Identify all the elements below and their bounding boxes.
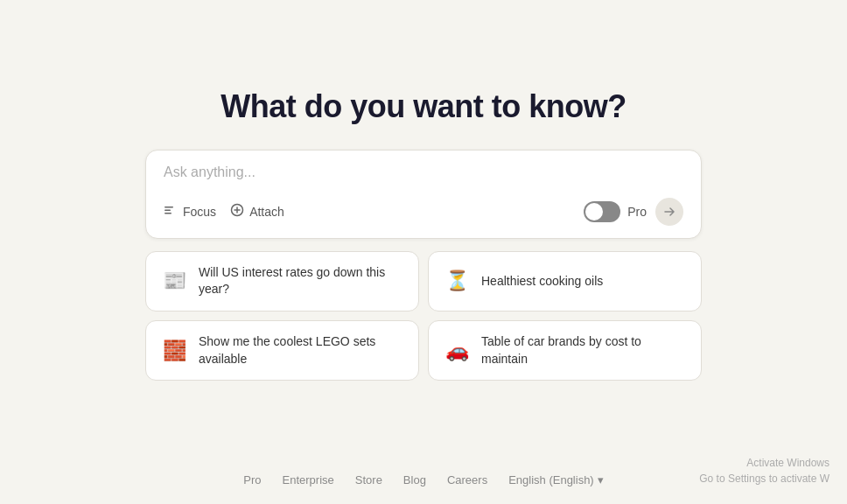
toolbar-left: Focus Attach [164, 203, 284, 220]
toggle-knob [585, 203, 603, 220]
page-title: What do you want to know? [220, 88, 626, 125]
footer-language-selector[interactable]: English (English) ▾ [508, 473, 604, 486]
send-icon [662, 205, 676, 219]
footer-language-label: English (English) [508, 473, 594, 486]
main-content: What do you want to know? Focus [0, 88, 847, 381]
suggestion-emoji-1: ⏳ [443, 270, 471, 292]
suggestion-card-1[interactable]: ⏳ Healthiest cooking oils [428, 251, 702, 312]
toolbar-right: Pro [584, 198, 683, 226]
search-input[interactable] [164, 164, 683, 180]
search-box: Focus Attach [145, 150, 702, 239]
attach-button[interactable]: Attach [230, 203, 284, 220]
suggestion-card-2[interactable]: 🧱 Show me the coolest LEGO sets availabl… [145, 320, 419, 381]
suggestion-text-1: Healthiest cooking oils [481, 273, 603, 290]
search-toolbar: Focus Attach [164, 198, 683, 226]
focus-button[interactable]: Focus [164, 203, 216, 220]
windows-activation: Activate Windows Go to Settings to activ… [699, 455, 830, 486]
footer-link-pro[interactable]: Pro [243, 473, 261, 486]
focus-icon [164, 203, 178, 220]
footer-link-careers[interactable]: Careers [447, 473, 487, 486]
suggestion-emoji-3: 🚗 [443, 340, 471, 362]
pro-label: Pro [627, 205, 647, 219]
footer-link-blog[interactable]: Blog [403, 473, 426, 486]
suggestion-card-3[interactable]: 🚗 Table of car brands by cost to maintai… [428, 320, 702, 381]
chevron-down-icon: ▾ [598, 473, 604, 486]
suggestion-text-0: Will US interest rates go down this year… [199, 264, 404, 298]
focus-label: Focus [183, 205, 216, 219]
activation-line2: Go to Settings to activate W [699, 471, 830, 486]
footer-link-store[interactable]: Store [355, 473, 382, 486]
activation-line1: Activate Windows [699, 455, 830, 471]
footer-nav: Pro Enterprise Store Blog Careers Englis… [243, 473, 603, 486]
svg-rect-1 [164, 210, 171, 212]
suggestion-card-0[interactable]: 📰 Will US interest rates go down this ye… [145, 251, 419, 312]
suggestions-grid: 📰 Will US interest rates go down this ye… [145, 251, 702, 381]
svg-rect-2 [164, 213, 172, 214]
attach-label: Attach [249, 205, 284, 219]
attach-icon [230, 203, 244, 220]
pro-toggle[interactable] [584, 201, 620, 222]
suggestion-emoji-0: 📰 [160, 270, 188, 292]
toggle-container: Pro [584, 201, 647, 222]
footer-link-enterprise[interactable]: Enterprise [283, 473, 334, 486]
suggestion-emoji-2: 🧱 [160, 340, 188, 362]
svg-rect-0 [164, 206, 173, 208]
suggestion-text-3: Table of car brands by cost to maintain [481, 333, 687, 368]
send-button[interactable] [655, 198, 683, 226]
suggestion-text-2: Show me the coolest LEGO sets available [199, 333, 404, 368]
